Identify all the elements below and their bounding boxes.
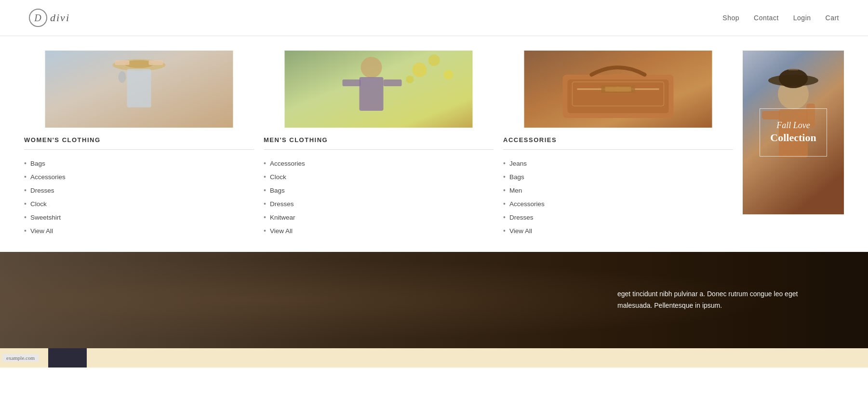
promo-banner[interactable]: Fall Love Collection xyxy=(743,51,844,237)
main-nav: Shop Contact Login Cart xyxy=(722,14,839,22)
list-item[interactable]: Clock xyxy=(24,197,254,210)
womens-title: WOMEN'S CLOTHING xyxy=(24,136,254,150)
list-item[interactable]: View All xyxy=(264,224,494,237)
list-item[interactable]: Accessories xyxy=(264,157,494,170)
category-womens: WOMEN'S CLOTHING Bags Accessories Dresse… xyxy=(24,51,254,237)
accessories-image xyxy=(503,51,733,128)
svg-rect-15 xyxy=(384,79,402,86)
svg-rect-13 xyxy=(360,77,384,111)
svg-point-10 xyxy=(444,70,454,79)
list-item[interactable]: View All xyxy=(24,224,254,237)
dark-section: eget tincidunt nibh pulvinar a. Donec ru… xyxy=(0,252,868,348)
category-mens: MEN'S CLOTHING Accessories Clock Bags Dr… xyxy=(264,51,494,237)
logo-circle: D xyxy=(29,9,47,27)
list-item[interactable]: Dresses xyxy=(503,210,733,224)
womens-list: Bags Accessories Dresses Clock Sweetshir… xyxy=(24,157,254,237)
main-content: WOMEN'S CLOTHING Bags Accessories Dresse… xyxy=(0,36,868,237)
mens-image xyxy=(264,51,494,128)
bottom-dark-button[interactable] xyxy=(48,348,87,368)
svg-rect-14 xyxy=(343,79,361,86)
promo-overlay: Fall Love Collection xyxy=(743,51,844,214)
logo-letter: D xyxy=(34,13,41,24)
svg-point-12 xyxy=(361,57,382,78)
logo-text: divi xyxy=(50,12,70,24)
svg-point-8 xyxy=(413,63,427,77)
bottom-bar: example.com xyxy=(0,348,868,368)
list-item[interactable]: Dresses xyxy=(24,184,254,197)
svg-point-9 xyxy=(428,54,440,66)
svg-point-11 xyxy=(406,76,414,83)
url-display: example.com xyxy=(2,354,39,362)
list-item[interactable]: Clock xyxy=(264,170,494,184)
site-header: D divi Shop Contact Login Cart xyxy=(0,0,868,36)
promo-border: Fall Love Collection xyxy=(760,108,827,157)
list-item[interactable]: Bags xyxy=(24,157,254,170)
accessories-list: Jeans Bags Men Accessories Dresses View … xyxy=(503,157,733,237)
nav-shop[interactable]: Shop xyxy=(722,14,739,22)
list-item[interactable]: Knitwear xyxy=(264,210,494,224)
list-item[interactable]: Bags xyxy=(264,184,494,197)
accessories-title: ACCESSORIES xyxy=(503,136,733,150)
list-item[interactable]: Accessories xyxy=(24,170,254,184)
svg-rect-5 xyxy=(149,60,163,65)
list-item[interactable]: View All xyxy=(503,224,733,237)
nav-contact[interactable]: Contact xyxy=(754,14,779,22)
site-logo[interactable]: D divi xyxy=(29,9,70,27)
svg-rect-3 xyxy=(127,69,151,107)
svg-point-6 xyxy=(119,71,126,83)
list-item[interactable]: Sweetshirt xyxy=(24,210,254,224)
svg-rect-23 xyxy=(605,87,631,92)
dark-text: eget tincidunt nibh pulvinar a. Donec ru… xyxy=(617,289,820,312)
mens-list: Accessories Clock Bags Dresses Knitwear … xyxy=(264,157,494,237)
womens-image xyxy=(24,51,254,128)
category-accessories: ACCESSORIES Jeans Bags Men Accessories D… xyxy=(503,51,733,237)
svg-rect-18 xyxy=(568,79,669,113)
nav-cart[interactable]: Cart xyxy=(826,14,839,22)
list-item[interactable]: Accessories xyxy=(503,197,733,210)
mens-title: MEN'S CLOTHING xyxy=(264,136,494,150)
svg-rect-4 xyxy=(115,60,130,65)
list-item[interactable]: Bags xyxy=(503,170,733,184)
promo-line1: Fall Love xyxy=(776,120,810,131)
promo-line2: Collection xyxy=(770,131,816,145)
list-item[interactable]: Dresses xyxy=(264,197,494,210)
promo-image: Fall Love Collection xyxy=(743,51,844,214)
list-item[interactable]: Men xyxy=(503,184,733,197)
nav-login[interactable]: Login xyxy=(793,14,811,22)
list-item[interactable]: Jeans xyxy=(503,157,733,170)
